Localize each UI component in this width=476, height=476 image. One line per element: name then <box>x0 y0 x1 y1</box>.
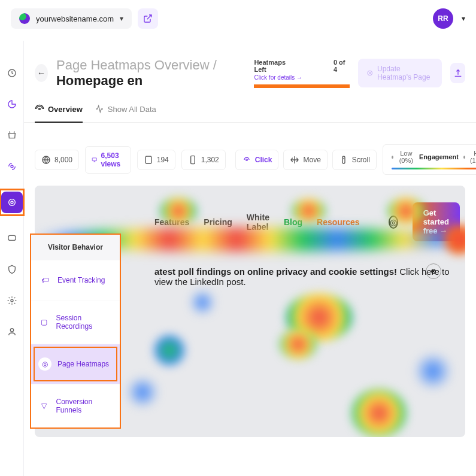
mode-move[interactable]: Move <box>283 150 327 170</box>
page-header: ← Page Heatmaps Overview / Homepage en H… <box>24 41 476 99</box>
close-icon: ⊗ <box>426 263 441 279</box>
user-avatar[interactable]: RR <box>433 8 453 29</box>
progress-bar <box>254 84 350 88</box>
heatmaps-left-box[interactable]: Heatmaps Left 0 of 4 Click for details → <box>254 59 350 88</box>
highlight-box-icon <box>0 189 25 216</box>
heatmaps-left-label: Heatmaps Left <box>254 59 298 73</box>
scroll-icon <box>339 155 348 165</box>
banner-text: atest poll findings on online privacy an… <box>154 266 465 287</box>
funnel-icon: ▽ <box>38 399 50 413</box>
engagement-legend: Low (0%) Engagement High (100%) <box>383 144 476 175</box>
svg-point-1 <box>11 165 13 168</box>
submenu-visitor-behavior: Visitor Behavior 🏷 Event Tracking ▢ Sess… <box>30 234 121 429</box>
tabs-row: Overview Show All Data <box>24 99 476 123</box>
upload-icon <box>453 68 463 78</box>
site-name: yourwebsitename.com <box>36 14 114 23</box>
globe-icon <box>41 155 51 165</box>
activity-icon <box>95 104 104 114</box>
svg-rect-12 <box>145 156 151 163</box>
sidebar-item-commerce[interactable] <box>6 129 18 141</box>
filter-tablet[interactable]: 194 <box>137 150 175 170</box>
dot-icon <box>463 156 465 159</box>
submenu-title: Visitor Behavior <box>31 235 120 260</box>
tablet-icon <box>144 155 153 165</box>
svg-point-14 <box>245 159 247 160</box>
click-icon <box>242 155 251 165</box>
heatmaps-left-sublink[interactable]: Click for details → <box>254 74 350 81</box>
update-page-button[interactable]: Update Heatmap's Page <box>358 59 442 87</box>
dot-icon <box>392 156 393 159</box>
tab-overview[interactable]: Overview <box>35 99 83 122</box>
mobile-icon <box>188 155 198 165</box>
share-button[interactable] <box>450 63 465 83</box>
page-title: Page Heatmaps Overview / Homepage en <box>56 57 239 89</box>
external-link-icon <box>143 14 153 23</box>
tab-all-data[interactable]: Show All Data <box>95 99 156 122</box>
sidebar-item-dashboard[interactable] <box>6 67 18 79</box>
avatar-chevron-icon: ▾ <box>462 14 465 23</box>
gradient-bar <box>392 168 476 169</box>
svg-point-8 <box>368 71 372 75</box>
video-icon: ▢ <box>38 316 50 329</box>
move-icon <box>290 155 299 165</box>
desktop-icon <box>92 155 98 165</box>
submenu-item-session-recordings[interactable]: ▢ Session Recordings <box>31 300 120 344</box>
mode-scroll[interactable]: Scroll <box>332 150 377 170</box>
filter-mobile[interactable]: 1,302 <box>181 150 226 170</box>
filter-desktop[interactable]: 6,503 views <box>85 146 131 174</box>
target-icon <box>366 68 374 78</box>
svg-point-7 <box>369 72 371 74</box>
sidebar-item-analytics[interactable] <box>6 98 18 110</box>
filter-total[interactable]: 8,000 <box>35 150 79 170</box>
svg-point-9 <box>39 108 41 110</box>
svg-rect-15 <box>342 156 345 163</box>
external-link-button[interactable] <box>138 8 158 29</box>
heatmap-icon: ◎ <box>38 357 51 371</box>
sidebar-item-privacy[interactable] <box>6 263 18 275</box>
sidebar-item-users[interactable] <box>6 326 18 338</box>
svg-rect-11 <box>92 157 96 160</box>
svg-rect-13 <box>190 156 195 163</box>
radar-icon <box>35 104 44 114</box>
filter-row: 8,000 6,503 views 194 1,302 Click Move S… <box>24 123 476 186</box>
submenu-item-event-tracking[interactable]: 🏷 Event Tracking <box>31 260 120 300</box>
chevron-down-icon: ▾ <box>120 14 123 23</box>
top-bar: yourwebsitename.com ▾ RR ▾ <box>0 0 476 37</box>
sidebar-item-settings[interactable] <box>6 295 18 307</box>
sidebar-item-events[interactable] <box>6 160 18 172</box>
site-logo-icon <box>19 13 30 24</box>
sidebar-item-heatmaps[interactable] <box>1 192 23 213</box>
svg-point-6 <box>10 329 13 332</box>
tag-icon: 🏷 <box>38 274 51 287</box>
sidebar-item-feedback[interactable] <box>6 232 18 244</box>
site-selector[interactable]: yourwebsitename.com ▾ <box>11 8 132 29</box>
submenu-item-conversion-funnels[interactable]: ▽ Conversion Funnels <box>31 384 120 428</box>
submenu-item-page-heatmaps[interactable]: ◎ Page Heatmaps <box>31 344 120 384</box>
back-button[interactable]: ← <box>35 64 48 82</box>
mode-click[interactable]: Click <box>235 150 279 170</box>
heatmaps-left-count: 0 of 4 <box>333 59 350 73</box>
sidebar <box>0 41 24 476</box>
svg-point-5 <box>11 299 13 302</box>
